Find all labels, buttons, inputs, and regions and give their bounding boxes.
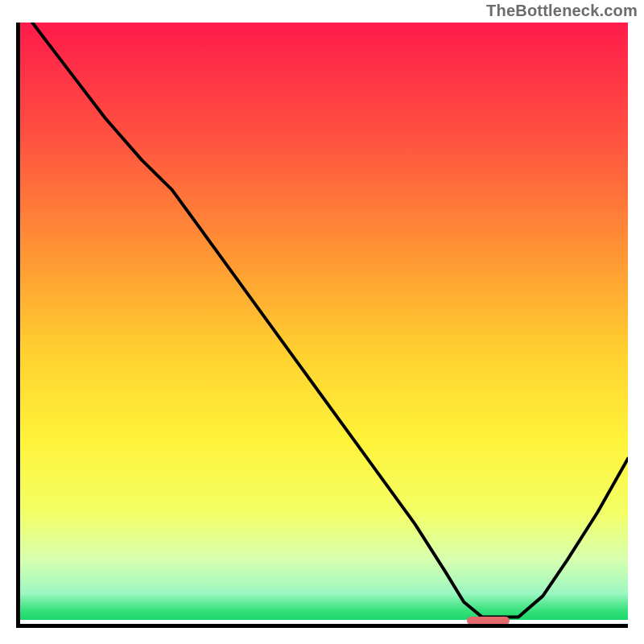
plot-area	[16, 23, 628, 628]
optimal-marker	[467, 617, 510, 625]
attribution-text: TheBottleneck.com	[486, 2, 638, 20]
bottleneck-curve	[20, 23, 628, 620]
